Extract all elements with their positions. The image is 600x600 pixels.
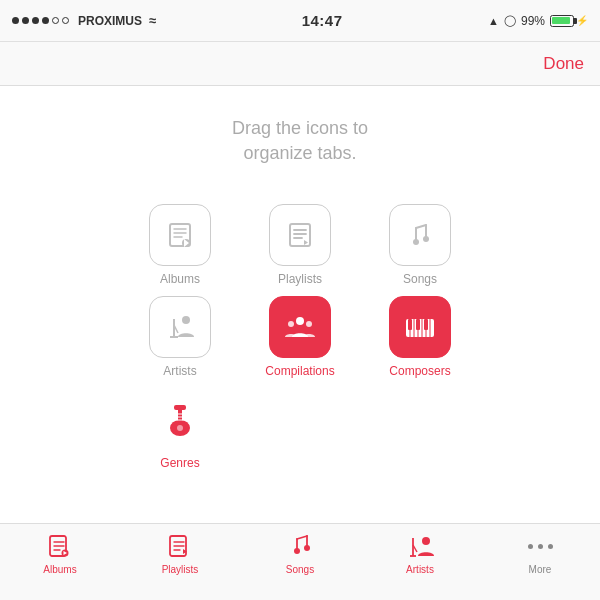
- genres-icon-box: [149, 388, 211, 450]
- signal-dot-4: [42, 17, 49, 24]
- signal-dot-1: [12, 17, 19, 24]
- tab-item-songs[interactable]: Songs: [240, 532, 360, 575]
- wifi-icon: ≈: [149, 13, 156, 28]
- svg-point-38: [422, 537, 430, 545]
- location-icon: ▲: [488, 15, 499, 27]
- more-dot-3: [548, 544, 553, 549]
- svg-point-4: [423, 236, 429, 242]
- tab-item-albums[interactable]: Albums: [0, 532, 120, 575]
- tab-playlists-label: Playlists: [162, 564, 199, 575]
- battery-percent: 99%: [521, 14, 545, 28]
- svg-point-33: [294, 548, 300, 554]
- signal-dots: [12, 17, 69, 24]
- main-content: Drag the icons to organize tabs. Albums: [0, 86, 600, 523]
- tab-bar: Albums Playlists Songs: [0, 523, 600, 600]
- albums-icon-box: [149, 204, 211, 266]
- more-dot-1: [528, 544, 533, 549]
- composers-icon: [402, 311, 438, 343]
- done-bar: Done: [0, 42, 600, 86]
- svg-rect-25: [174, 405, 186, 410]
- artist-icon: [162, 311, 198, 343]
- battery-fill: [552, 17, 569, 24]
- tab-songs-icon-wrap: [284, 532, 316, 560]
- albums-label: Albums: [160, 272, 200, 286]
- tab-artists-icon-wrap: [404, 532, 436, 560]
- compilations-label: Compilations: [265, 364, 334, 378]
- svg-rect-22: [424, 319, 428, 330]
- album-icon: [164, 219, 196, 251]
- tab-item-playlists[interactable]: Playlists: [120, 532, 240, 575]
- genres-label: Genres: [160, 456, 199, 470]
- songs-label: Songs: [403, 272, 437, 286]
- grid-item-songs[interactable]: Songs: [370, 204, 470, 286]
- songs-icon-box: [389, 204, 451, 266]
- tab-songs-label: Songs: [286, 564, 314, 575]
- instruction-text: Drag the icons to organize tabs.: [232, 116, 368, 166]
- svg-point-29: [177, 425, 183, 431]
- more-dot-2: [538, 544, 543, 549]
- grid-item-genres[interactable]: Genres: [130, 388, 230, 470]
- composers-icon-box: [389, 296, 451, 358]
- svg-rect-20: [408, 319, 412, 330]
- status-time: 14:47: [302, 12, 343, 29]
- instruction-line1: Drag the icons to: [232, 118, 368, 138]
- svg-point-8: [182, 316, 190, 324]
- signal-dot-3: [32, 17, 39, 24]
- playlists-label: Playlists: [278, 272, 322, 286]
- compilations-icon-box: [269, 296, 331, 358]
- grid-item-playlists[interactable]: Playlists: [250, 204, 350, 286]
- charging-bolt: ⚡: [576, 15, 588, 26]
- battery-container: ⚡: [550, 15, 588, 27]
- grid-item-composers[interactable]: Composers: [370, 296, 470, 378]
- tab-artists-icon: [406, 534, 434, 558]
- tab-more-icon-wrap: [524, 532, 556, 560]
- tab-item-more[interactable]: More: [480, 532, 600, 575]
- signal-dot-2: [22, 17, 29, 24]
- status-left: PROXIMUS ≈: [12, 13, 156, 28]
- tab-albums-icon: [47, 534, 73, 558]
- artists-label: Artists: [163, 364, 196, 378]
- instruction-line2: organize tabs.: [243, 143, 356, 163]
- tab-more-label: More: [529, 564, 552, 575]
- svg-point-10: [288, 321, 294, 327]
- icons-grid: Albums Playlists: [130, 204, 470, 470]
- tab-item-artists[interactable]: Artists: [360, 532, 480, 575]
- signal-dot-6: [62, 17, 69, 24]
- alarm-icon: ◯: [504, 14, 516, 27]
- tab-playlists-icon-wrap: [164, 532, 196, 560]
- status-bar: PROXIMUS ≈ 14:47 ▲ ◯ 99% ⚡: [0, 0, 600, 42]
- more-dots: [528, 532, 553, 560]
- composers-label: Composers: [389, 364, 450, 378]
- tab-playlists-icon: [167, 534, 193, 558]
- signal-dot-5: [52, 17, 59, 24]
- status-right: ▲ ◯ 99% ⚡: [488, 14, 588, 28]
- tab-albums-label: Albums: [43, 564, 76, 575]
- grid-item-albums[interactable]: Albums: [130, 204, 230, 286]
- tab-songs-icon: [287, 534, 313, 558]
- playlists-icon-box: [269, 204, 331, 266]
- svg-point-3: [413, 239, 419, 245]
- tab-artists-label: Artists: [406, 564, 434, 575]
- svg-point-9: [296, 317, 304, 325]
- playlist-icon: [284, 219, 316, 251]
- carrier-name: PROXIMUS: [78, 14, 142, 28]
- tab-albums-icon-wrap: [44, 532, 76, 560]
- done-button[interactable]: Done: [543, 54, 584, 74]
- svg-point-34: [304, 545, 310, 551]
- svg-point-11: [306, 321, 312, 327]
- battery-icon: [550, 15, 574, 27]
- genres-icon: [160, 400, 200, 438]
- grid-item-artists[interactable]: Artists: [130, 296, 230, 378]
- compilations-icon: [281, 311, 319, 343]
- song-icon: [404, 219, 436, 251]
- artists-icon-box: [149, 296, 211, 358]
- grid-item-compilations[interactable]: Compilations: [250, 296, 350, 378]
- svg-rect-21: [416, 319, 420, 330]
